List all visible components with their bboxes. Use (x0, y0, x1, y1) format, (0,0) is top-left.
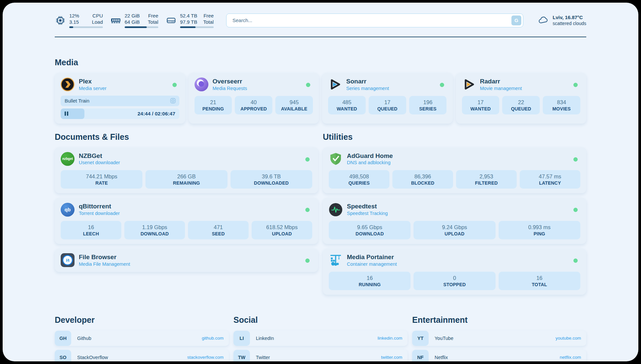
link-name: YouTube (435, 336, 453, 341)
portainer-crane-icon (329, 253, 343, 267)
stat-box: 0.993 ms PING (499, 221, 580, 239)
playback-progress-bar: 24:44 / 02:06:47 (61, 108, 179, 119)
link-url[interactable]: stackoverflow.com (187, 355, 224, 360)
playback-time: 24:44 / 02:06:47 (137, 111, 175, 117)
link-row-youtube[interactable]: YT YouTube youtube.com (412, 331, 586, 346)
memory-stat: 22 GiB Free 64 GiB Total (110, 13, 158, 28)
speedtest-card[interactable]: Speedtest Speedtest Tracking 9.65 Gbps D… (323, 198, 586, 244)
radarr-icon (462, 77, 476, 91)
status-dot (573, 258, 578, 263)
filebrowser-icon (61, 253, 75, 267)
radarr-card[interactable]: Radarr Movie management 17 WANTED 22 QUE… (456, 73, 587, 124)
status-dot (305, 157, 310, 162)
app-title: qBittorrent (79, 202, 120, 210)
app-subtitle: Media File Management (79, 261, 130, 267)
link-row-netflix[interactable]: NF Netflix netflix.com (412, 350, 586, 361)
storage-total: 97.9 TB (180, 19, 197, 25)
portainer-card[interactable]: Media Portainer Container management 16 … (323, 249, 586, 295)
app-subtitle: Movie management (480, 85, 522, 92)
section-title-utilities: Utilities (323, 132, 586, 142)
status-dot (305, 258, 310, 263)
app-title: Sonarr (346, 77, 389, 85)
link-row-stackoverflow[interactable]: SO StackOverflow stackoverflow.com (55, 350, 229, 361)
link-badge: NF (412, 350, 429, 361)
cloud-icon (537, 14, 549, 26)
documents-column: Documents & Files nzbget NZBGet Usenet d… (55, 124, 318, 272)
link-row-twitter[interactable]: TW Twitter twitter.com (233, 350, 408, 361)
link-name: Netflix (435, 355, 448, 360)
hardware-stats: 12% CPU 3.15 Load (55, 13, 214, 28)
stat-box: 9.65 Gbps DOWNLOAD (329, 221, 411, 239)
pause-icon[interactable] (65, 111, 68, 116)
app-title: Speedtest (347, 202, 388, 210)
social-section: Social LI LinkedIn linkedin.com TW Twitt… (233, 315, 408, 361)
cpu-percent: 12% (69, 13, 79, 19)
link-url[interactable]: linkedin.com (378, 336, 402, 341)
stat-box: 17 WANTED (462, 96, 500, 114)
section-title-social: Social (233, 315, 408, 325)
section-title-entertainment: Entertainment (412, 315, 586, 325)
utilities-column: Utilities (323, 124, 586, 295)
session-camera-icon (170, 98, 176, 104)
link-name: LinkedIn (256, 336, 274, 341)
stat-box: 39.6 TB DOWNLOADED (230, 170, 312, 189)
cpu-load: 3.15 (69, 19, 79, 25)
developer-section: Developer GH Github github.com SO StackO… (55, 315, 229, 361)
stat-box: 86,396 BLOCKED (392, 170, 453, 189)
link-row-github[interactable]: GH Github github.com (55, 331, 229, 346)
dashboard-page: 12% CPU 3.15 Load (3, 3, 638, 361)
stat-box: 16 RUNNING (329, 272, 411, 290)
weather-location-temp: Lviv, 16.87°C (553, 14, 586, 20)
stat-box: 1.19 Gbps DOWNLOAD (124, 221, 185, 239)
top-bar: 12% CPU 3.15 Load (55, 3, 586, 28)
qbittorrent-card[interactable]: qb qBittorrent Torrent downloader 16 LEE… (55, 198, 318, 244)
nzbget-icon: nzbget (61, 152, 75, 166)
nzbget-card[interactable]: nzbget NZBGet Usenet downloader 744.21 M… (55, 147, 318, 194)
filebrowser-card[interactable]: File Browser Media File Management (55, 249, 318, 272)
stat-box: 2,953 FILTERED (456, 170, 517, 189)
search-bar: G (226, 14, 523, 27)
storage-label-bottom: Total (203, 19, 214, 25)
stat-box: 17 QUEUED (369, 96, 406, 114)
link-badge: SO (55, 350, 71, 361)
search-input[interactable] (232, 17, 511, 23)
cpu-chip-icon (55, 15, 66, 26)
storage-stat: 52.4 TB Free 97.9 TB Total (166, 13, 214, 28)
app-subtitle: DNS and adblocking (347, 160, 393, 166)
link-url[interactable]: github.com (202, 336, 224, 341)
stat-box: 744.21 Mbps RATE (61, 170, 142, 189)
stat-box: 9.24 Gbps UPLOAD (413, 221, 495, 239)
section-title-documents: Documents & Files (55, 132, 318, 142)
link-row-linkedin[interactable]: LI LinkedIn linkedin.com (233, 331, 408, 346)
app-title: Media Portainer (347, 253, 397, 261)
link-name: Github (77, 336, 91, 341)
stat-box: 16 LEECH (61, 221, 121, 239)
memory-free: 22 GiB (125, 13, 140, 19)
hard-drive-icon (166, 15, 177, 26)
qbittorrent-icon: qb (61, 203, 75, 217)
google-search-button[interactable]: G (511, 15, 521, 25)
app-title: Radarr (480, 77, 522, 85)
app-title: File Browser (79, 253, 130, 261)
plex-card[interactable]: Plex Media server Bullet Train (55, 73, 185, 124)
stat-box: 40 APPROVED (235, 96, 272, 114)
stat-box: 0 STOPPED (413, 272, 495, 290)
app-subtitle: Speedtest Tracking (347, 210, 388, 217)
link-url[interactable]: youtube.com (556, 336, 581, 341)
memory-label-bottom: Total (148, 19, 158, 25)
status-dot (172, 83, 177, 87)
link-url[interactable]: twitter.com (381, 355, 402, 360)
cpu-progress-bar (69, 26, 103, 28)
storage-free: 52.4 TB (180, 13, 197, 19)
section-title-developer: Developer (55, 315, 229, 325)
adguard-card[interactable]: AdGuard Home DNS and adblocking 498,508 … (323, 147, 586, 194)
weather-widget: Lviv, 16.87°C scattered clouds (537, 14, 586, 26)
stat-box: 266 GB REMAINING (145, 170, 227, 189)
app-subtitle: Container management (347, 261, 397, 267)
cpu-label-bottom: Load (92, 19, 103, 25)
overseerr-card[interactable]: Overseerr Media Requests 21 PENDING 40 A… (189, 73, 319, 124)
sonarr-card[interactable]: Sonarr Series management 485 WANTED 17 Q… (322, 73, 453, 124)
link-url[interactable]: netflix.com (560, 355, 581, 360)
app-subtitle: Media server (79, 85, 107, 92)
stat-box: 485 WANTED (328, 96, 366, 114)
